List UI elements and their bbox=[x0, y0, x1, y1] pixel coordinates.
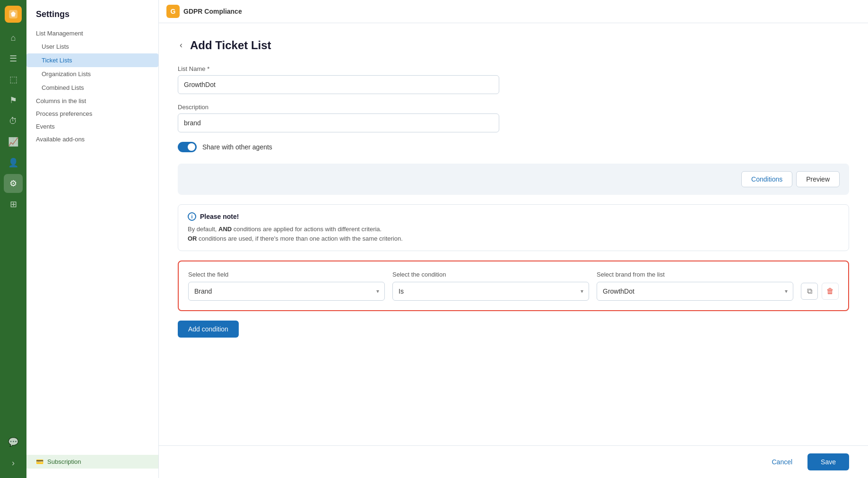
add-condition-button[interactable]: Add condition bbox=[178, 321, 239, 338]
app-header-logo: G bbox=[166, 5, 180, 18]
cancel-button[interactable]: Cancel bbox=[762, 453, 802, 470]
nav-settings-icon[interactable]: ⚙ bbox=[4, 174, 23, 193]
condition-row-container: Select the field Brand Status Priority A… bbox=[178, 261, 849, 311]
nav-grid-icon[interactable]: ⊞ bbox=[4, 195, 23, 214]
subscription-icon: 💳 bbox=[36, 458, 43, 465]
nav-clock-icon[interactable]: ⏱ bbox=[4, 112, 23, 130]
nav-users-icon[interactable]: 👤 bbox=[4, 153, 23, 172]
save-button[interactable]: Save bbox=[807, 453, 849, 470]
sidebar-section-events[interactable]: Events bbox=[26, 120, 158, 133]
brand-select-group: Select brand from the list GrowthDot Def… bbox=[597, 271, 793, 301]
list-name-input[interactable] bbox=[178, 75, 499, 94]
info-icon: i bbox=[188, 212, 196, 221]
nav-inbox-icon[interactable]: ⬚ bbox=[4, 70, 23, 89]
brand-select[interactable]: GrowthDot Default Brand bbox=[597, 282, 793, 301]
condition-select-group: Select the condition Is Is not Contains … bbox=[392, 271, 589, 301]
sidebar-section-list-management[interactable]: List Management bbox=[26, 27, 158, 40]
field-select-group: Select the field Brand Status Priority A… bbox=[188, 271, 385, 301]
note-header-text: Please note! bbox=[200, 213, 239, 220]
copy-condition-button[interactable]: ⧉ bbox=[801, 283, 818, 300]
field-select[interactable]: Brand Status Priority Assignee Tags bbox=[188, 282, 385, 301]
sidebar-item-combined-lists[interactable]: Combined Lists bbox=[26, 81, 158, 95]
app-header-title: GDPR Compliance bbox=[183, 8, 242, 15]
sidebar-section-addons[interactable]: Available add-ons bbox=[26, 133, 158, 146]
tab-conditions[interactable]: Conditions bbox=[741, 171, 792, 187]
app-logo bbox=[5, 6, 22, 23]
settings-title: Settings bbox=[26, 9, 158, 27]
sidebar-item-subscription[interactable]: 💳 Subscription bbox=[26, 455, 158, 469]
share-toggle[interactable] bbox=[178, 142, 197, 152]
nav-home-icon[interactable]: ⌂ bbox=[4, 28, 23, 47]
sidebar-item-user-lists[interactable]: User Lists bbox=[26, 40, 158, 53]
condition-select-label: Select the condition bbox=[392, 271, 589, 278]
brand-select-label: Select brand from the list bbox=[597, 271, 793, 278]
description-input[interactable] bbox=[178, 113, 499, 132]
nav-chat-icon[interactable]: 💬 bbox=[4, 433, 23, 452]
nav-expand-icon[interactable]: › bbox=[4, 453, 23, 472]
nav-reports-icon[interactable]: ⚑ bbox=[4, 91, 23, 110]
nav-list-icon[interactable]: ☰ bbox=[4, 49, 23, 68]
condition-select[interactable]: Is Is not Contains Does not contain bbox=[392, 282, 589, 301]
field-select-label: Select the field bbox=[188, 271, 385, 278]
share-label: Share with other agents bbox=[202, 143, 272, 151]
note-body: By default, AND conditions are applied f… bbox=[188, 225, 839, 243]
sidebar-section-columns[interactable]: Columns in the list bbox=[26, 95, 158, 107]
description-label: Description bbox=[178, 104, 849, 111]
sidebar-item-ticket-lists[interactable]: Ticket Lists bbox=[26, 53, 158, 67]
list-name-label: List Name * bbox=[178, 65, 849, 72]
back-button[interactable]: ‹ bbox=[178, 38, 184, 52]
sidebar-section-process[interactable]: Process preferences bbox=[26, 107, 158, 120]
delete-condition-button[interactable]: 🗑 bbox=[822, 283, 839, 300]
sidebar-item-organization-lists[interactable]: Organization Lists bbox=[26, 67, 158, 81]
page-title: Add Ticket List bbox=[190, 39, 271, 52]
nav-analytics-icon[interactable]: 📈 bbox=[4, 132, 23, 151]
tab-preview[interactable]: Preview bbox=[796, 171, 840, 187]
